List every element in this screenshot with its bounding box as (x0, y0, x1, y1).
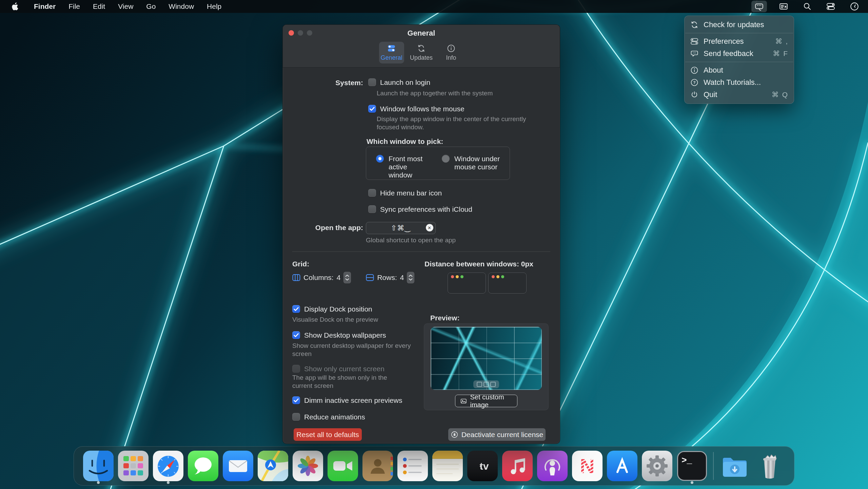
dock-item-notes[interactable] (432, 448, 463, 484)
radio-label: Front most active window (389, 155, 431, 179)
svg-text:?: ? (693, 80, 695, 84)
dock-item-mail[interactable] (223, 448, 253, 484)
set-custom-image-button[interactable]: Set custom image (455, 395, 517, 407)
menu-view[interactable]: View (118, 2, 133, 11)
dock: tv N (74, 446, 794, 486)
dock-item-terminal[interactable]: >_ (677, 448, 707, 484)
dock-item-reminders[interactable] (397, 448, 428, 484)
chevron-up-icon (409, 275, 413, 277)
clock-menu[interactable] (847, 1, 862, 12)
app-status-menu-icon[interactable] (751, 1, 767, 12)
mini-minimize-dot (496, 275, 499, 278)
clock-icon (850, 2, 859, 11)
which-window-group: Front most active window Window under mo… (366, 147, 510, 180)
dock-item-system-preferences[interactable] (642, 448, 672, 484)
rows-stepper[interactable] (407, 272, 414, 283)
open-app-sub: Global shortcut to open the app (366, 236, 508, 244)
show-only-current-checkbox[interactable] (292, 365, 300, 373)
screen-preview-image (431, 327, 542, 390)
checkmark-icon (370, 107, 375, 111)
deactivate-license-button[interactable]: Deactivate current license (448, 428, 546, 441)
dock-item-app-store[interactable] (607, 448, 637, 484)
menu-help[interactable]: Help (207, 2, 221, 11)
dock-item-music[interactable] (502, 448, 533, 484)
dock-item-messages[interactable] (188, 448, 218, 484)
window-list-icon (778, 2, 789, 11)
distance-label: Distance between windows: 0px (425, 260, 533, 268)
search-icon (803, 2, 812, 11)
menu-item-check-updates[interactable]: Check for updates (685, 19, 794, 31)
mini-minimize-dot (456, 275, 459, 278)
dock-item-trash[interactable] (754, 448, 785, 484)
menu-item-watch-tutorials[interactable]: ? Watch Tutorials... (685, 76, 794, 89)
dock-item-tv[interactable]: tv (467, 448, 498, 484)
reduce-animations-checkbox[interactable] (292, 413, 300, 421)
app-store-icon (607, 451, 637, 481)
dock-item-safari[interactable] (153, 448, 183, 484)
window-follows-checkbox[interactable] (368, 105, 376, 113)
radio-button[interactable] (376, 155, 384, 163)
menu-item-preferences[interactable]: Preferences ⌘ , (685, 35, 794, 48)
running-indicator (167, 481, 170, 484)
refresh-icon (690, 20, 699, 29)
apple-menu[interactable] (9, 1, 21, 12)
notes-window-status-icon[interactable] (776, 1, 791, 12)
reset-defaults-button[interactable]: Reset all to defaults (294, 428, 362, 441)
dock-item-downloads[interactable] (719, 448, 750, 484)
chevron-up-icon (345, 275, 349, 277)
control-center[interactable] (823, 1, 838, 12)
dock-item-facetime[interactable] (328, 448, 358, 484)
help-icon: ? (690, 78, 699, 87)
system-section-label: System: (283, 79, 363, 87)
menu-bar-app-name[interactable]: Finder (34, 2, 56, 11)
tab-info[interactable]: Info (439, 42, 464, 63)
menu-item-quit[interactable]: Quit ⌘ Q (685, 89, 794, 101)
settings-window: General General Updates Inf (282, 24, 560, 444)
dock-item-photos[interactable] (293, 448, 323, 484)
tab-updates[interactable]: Updates (409, 42, 434, 63)
show-only-current-sub: The app will be shown only in the curren… (292, 374, 404, 390)
columns-value: 4 (337, 274, 341, 282)
preview-panel: Set custom image (424, 323, 549, 410)
tab-general[interactable]: General (379, 42, 404, 63)
shortcut-field[interactable]: ⇧⌘‿ ✕ (366, 222, 436, 234)
hide-menu-bar-checkbox[interactable] (368, 189, 376, 197)
menu-item-send-feedback[interactable]: Send feedback ⌘ F (685, 48, 794, 60)
clear-shortcut-button[interactable]: ✕ (426, 224, 433, 231)
tab-label: Updates (410, 54, 433, 61)
dock-item-maps[interactable] (258, 448, 288, 484)
menu-window[interactable]: Window (169, 2, 194, 11)
radio-button[interactable] (442, 155, 450, 163)
dimm-inactive-checkbox[interactable] (292, 396, 300, 404)
radio-front-most[interactable]: Front most active window (376, 155, 431, 179)
display-dock-checkbox[interactable] (292, 305, 300, 313)
info-icon (690, 66, 699, 75)
shortcut-value: ⇧⌘‿ (391, 224, 411, 232)
music-icon (502, 451, 533, 481)
menu-go[interactable]: Go (146, 2, 156, 11)
sync-icloud-checkbox[interactable] (368, 205, 376, 213)
menu-item-label: Preferences (704, 37, 744, 46)
dock-item-podcasts[interactable] (537, 448, 568, 484)
show-wallpapers-checkbox[interactable] (292, 331, 300, 339)
radio-window-under-cursor[interactable]: Window under mouse cursor (442, 155, 502, 171)
columns-stepper[interactable] (343, 272, 351, 283)
menu-item-about[interactable]: About (685, 64, 794, 76)
dock-item-launchpad[interactable] (118, 448, 149, 484)
menu-bar-status-icons (751, 1, 868, 12)
svg-text:>_: >_ (682, 455, 692, 466)
dock-item-finder[interactable] (83, 448, 114, 484)
show-wallpapers-sub: Show current desktop wallpaper for every… (292, 342, 414, 358)
mini-window (448, 272, 486, 294)
spotlight-search[interactable] (800, 1, 814, 12)
launch-on-login-checkbox[interactable] (368, 78, 376, 86)
menu-file[interactable]: File (68, 2, 80, 11)
menu-edit[interactable]: Edit (93, 2, 105, 11)
show-only-current-row: Show only current screen (292, 365, 384, 373)
safari-icon (153, 451, 183, 481)
apple-tv-icon: tv (467, 451, 498, 481)
show-only-current-label: Show only current screen (304, 365, 384, 373)
dock-item-news[interactable]: N (572, 448, 603, 484)
dock-item-contacts[interactable] (362, 448, 393, 484)
menu-item-label: Send feedback (704, 49, 753, 58)
